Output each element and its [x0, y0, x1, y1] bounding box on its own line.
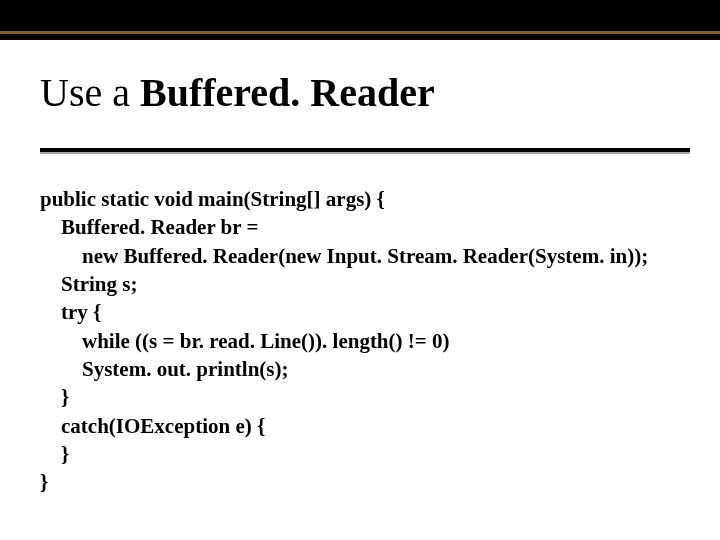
- top-bar-accent-stripe: [0, 31, 720, 34]
- code-line: System. out. println(s);: [40, 357, 289, 381]
- title-underline: [40, 148, 690, 152]
- code-line: public static void main(String[] args) {: [40, 187, 385, 211]
- title-bold: Buffered. Reader: [140, 70, 435, 115]
- code-line: }: [40, 385, 69, 409]
- code-line: String s;: [40, 272, 137, 296]
- code-line: }: [40, 470, 48, 494]
- code-line: new Buffered. Reader(new Input. Stream. …: [40, 244, 648, 268]
- title-prefix: Use a: [40, 70, 140, 115]
- code-line: Buffered. Reader br =: [40, 215, 258, 239]
- code-line: try {: [40, 300, 101, 324]
- code-block: public static void main(String[] args) {…: [40, 185, 648, 497]
- code-line: catch(IOException e) {: [40, 414, 265, 438]
- top-bar: [0, 0, 720, 40]
- code-line: while ((s = br. read. Line()). length() …: [40, 329, 450, 353]
- slide-title: Use a Buffered. Reader: [40, 72, 435, 114]
- slide: Use a Buffered. Reader public static voi…: [0, 0, 720, 540]
- code-line: }: [40, 442, 69, 466]
